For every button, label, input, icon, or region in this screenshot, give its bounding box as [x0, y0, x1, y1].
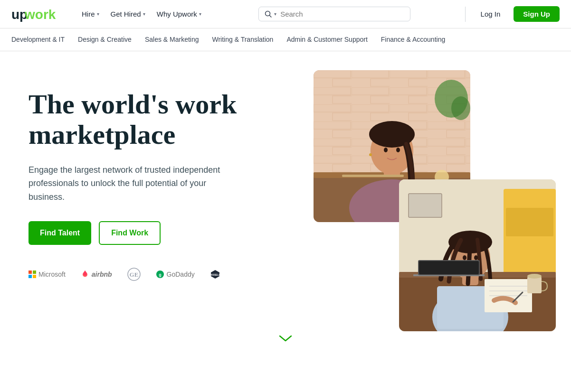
svg-point-39	[463, 255, 466, 260]
nav-get-hired[interactable]: Get Hired ▾	[106, 6, 150, 22]
svg-rect-25	[342, 175, 404, 177]
svg-point-50	[527, 274, 542, 279]
cat-dev-it[interactable]: Development & IT	[11, 34, 65, 46]
find-talent-button[interactable]: Find Talent	[29, 221, 91, 245]
search-input[interactable]	[280, 10, 404, 18]
search-area: ▾	[218, 7, 452, 21]
navbar: up work Hire ▾ Get Hired ▾ Why Upwork ▾ …	[0, 0, 571, 28]
svg-text:BISSELL: BISSELL	[210, 273, 220, 276]
find-work-button[interactable]: Find Work	[99, 221, 161, 245]
svg-point-24	[451, 96, 470, 120]
why-upwork-chevron-icon: ▾	[199, 11, 201, 17]
airbnb-logo: airbnb	[81, 270, 112, 279]
search-box[interactable]: ▾	[258, 7, 410, 21]
signup-button[interactable]: Sign Up	[514, 6, 560, 22]
svg-point-21	[396, 148, 400, 152]
svg-rect-31	[409, 194, 442, 217]
ge-logo: GE	[127, 268, 141, 281]
airbnb-name: airbnb	[92, 271, 112, 278]
godaddy-name: GoDaddy	[167, 271, 195, 278]
trusted-logos: Microsoft airbnb GE	[29, 268, 285, 281]
scroll-down-chevron[interactable]	[279, 332, 292, 345]
hero-section: The world's work marketplace Engage the …	[0, 51, 571, 355]
login-button[interactable]: Log In	[473, 6, 508, 22]
search-icon: ▾	[265, 10, 276, 18]
search-dropdown-icon: ▾	[274, 11, 276, 17]
nav-divider	[465, 7, 466, 22]
hero-heading: The world's work marketplace	[29, 89, 285, 150]
svg-rect-30	[506, 208, 553, 236]
cat-design[interactable]: Design & Creative	[78, 34, 132, 46]
nav-links: Hire ▾ Get Hired ▾ Why Upwork ▾	[77, 6, 206, 22]
svg-point-22	[369, 153, 372, 156]
svg-line-3	[270, 15, 272, 17]
svg-rect-43	[419, 261, 479, 274]
nav-hire[interactable]: Hire ▾	[77, 6, 104, 22]
hire-chevron-icon: ▾	[97, 11, 99, 17]
nav-right: Log In Sign Up	[463, 6, 560, 22]
svg-point-40	[474, 255, 478, 260]
category-bar: Development & IT Design & Creative Sales…	[0, 28, 571, 51]
hero-image-man	[399, 179, 556, 331]
bissell-logo: BISSELL	[210, 269, 220, 280]
upwork-logo[interactable]: up work	[11, 7, 60, 22]
cat-finance[interactable]: Finance & Accounting	[381, 34, 445, 46]
cat-writing[interactable]: Writing & Translation	[212, 34, 274, 46]
nav-why-upwork[interactable]: Why Upwork ▾	[152, 6, 206, 22]
svg-text:GE: GE	[129, 271, 138, 278]
svg-text:work: work	[24, 7, 56, 22]
svg-rect-49	[527, 277, 542, 293]
hero-images	[304, 70, 542, 336]
microsoft-logo: Microsoft	[29, 271, 66, 278]
get-hired-chevron-icon: ▾	[143, 11, 145, 17]
cat-admin[interactable]: Admin & Customer Support	[286, 34, 367, 46]
cat-sales[interactable]: Sales & Marketing	[145, 34, 199, 46]
svg-text:g: g	[159, 272, 162, 277]
svg-point-20	[384, 148, 388, 152]
hero-buttons: Find Talent Find Work	[29, 221, 285, 245]
godaddy-logo: g GoDaddy	[156, 270, 195, 279]
hero-subtext: Engage the largest network of trusted in…	[29, 163, 228, 204]
hero-left: The world's work marketplace Engage the …	[29, 70, 285, 281]
